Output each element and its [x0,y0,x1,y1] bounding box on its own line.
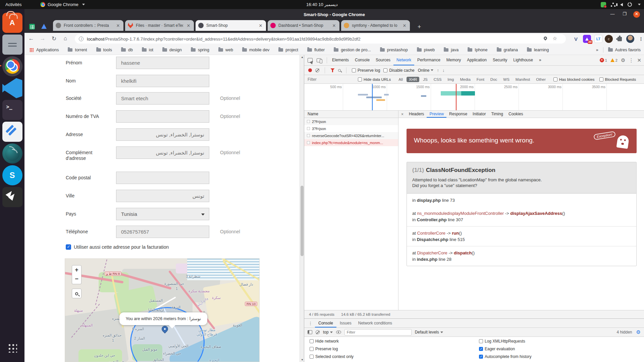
scroll-up-icon[interactable]: ▲ [301,56,304,59]
dock-item[interactable] [2,143,22,164]
detail-tab[interactable]: Response [446,111,470,118]
billing-checkbox-row[interactable]: Utiliser aussi cette adresse pour la fac… [66,244,169,250]
dock-item[interactable] [2,56,22,76]
scrollbar-thumb[interactable] [301,186,304,256]
live-expression-icon[interactable] [336,330,341,334]
field-input[interactable]: Tunisia [116,208,209,220]
bookmark-folder[interactable]: piweb [417,48,435,52]
drawer-tab[interactable]: Network conditions [355,319,395,327]
tab-close-icon[interactable]: ✕ [331,23,337,28]
console-setting[interactable]: Preserve log [310,347,354,351]
bookmark-folder[interactable]: prestashop [380,48,408,52]
system-tray[interactable] [601,2,641,7]
close-devtools-icon[interactable]: ✕ [637,57,641,63]
checkbox-icon[interactable] [479,339,483,343]
log-levels-select[interactable]: Default levels [415,330,443,335]
location-pin-icon[interactable] [543,36,548,41]
has-blocked-cookies-toggle[interactable]: Has blocked cookies [553,77,594,81]
hide-data-urls-toggle[interactable]: Hide data URLs [358,77,391,81]
request-row[interactable]: index.php?fc=module&module=ns_monm... [304,139,398,146]
drawer-menu-icon[interactable]: ⋮ [306,321,315,326]
console-setting[interactable]: Eager evaluation [479,347,531,351]
page-info-icon[interactable]: i [79,37,84,41]
bookmark-folder[interactable]: tools [96,48,112,52]
bookmark-folder[interactable]: design [162,48,182,52]
bookmark-star-icon[interactable]: ☆ [553,36,557,42]
checkbox-icon[interactable] [479,347,483,351]
devtools-tab[interactable]: » [536,55,544,65]
power-icon[interactable] [628,2,632,7]
map-zoom-out-button[interactable]: − [72,275,82,284]
devtools-tab[interactable]: Network [393,55,414,65]
dock-item[interactable]: >_ [2,100,22,120]
devtools-tab[interactable]: Lighthouse [510,55,536,65]
warning-count-icon[interactable] [610,58,614,62]
extension-v-icon[interactable]: V [572,35,580,43]
console-sidebar-icon[interactable] [308,330,312,334]
bookmark-folder[interactable]: flutter [307,48,325,52]
blocked-requests-toggle[interactable]: Blocked Requests [599,77,636,81]
frame-class-link[interactable]: ns_monmoduledisplayModuleFrontController [417,211,504,216]
checkbox-icon[interactable] [599,77,603,81]
field-input[interactable] [116,110,209,123]
browser-tab[interactable]: Front controllers :: Presta ✕ [53,20,123,31]
scroll-down-icon[interactable]: ▼ [301,358,304,361]
tab-close-icon[interactable]: ✕ [186,23,191,28]
window-titlebar[interactable]: Smart-Shop - Google Chrome — ❐ ✕ [24,9,644,20]
record-icon[interactable] [308,68,312,72]
checkbox-icon[interactable] [383,68,387,72]
browser-tab[interactable]: Files · master · Smart eTec ✕ [125,20,194,31]
forward-button[interactable]: → [39,35,47,42]
request-type-filter[interactable]: XHR [407,77,419,82]
extension-arrow-icon[interactable]: 20 [583,35,591,43]
tooltip-close-icon[interactable]: × [203,310,205,314]
bookmark-folder[interactable]: db [121,48,133,52]
checkbox-icon[interactable] [553,77,557,81]
request-row[interactable]: reverseGeocode?outSR=4326&returnInter... [304,132,398,139]
profile-avatar[interactable] [626,35,634,43]
pinned-tab-sheets-icon[interactable] [29,24,35,29]
request-type-filter[interactable]: Other [534,77,548,82]
bookmark-folder[interactable]: torrent [68,48,87,52]
import-har-icon[interactable]: ↑ [437,68,439,73]
tab-close-icon[interactable]: ✕ [258,23,263,28]
console-settings-icon[interactable]: ⚙ [636,329,641,335]
field-input[interactable]: تونس [116,190,209,202]
checkbox-icon[interactable] [310,347,314,351]
throttling-select[interactable]: Online [418,68,434,73]
bookmark-folder[interactable]: java [444,48,459,52]
browser-menu-icon[interactable]: ⋮ [637,35,644,43]
tab-close-icon[interactable]: ✕ [115,23,121,28]
bookmark-folder[interactable]: Applications [29,48,59,52]
detail-tab[interactable]: Headers [406,111,427,118]
activities-button[interactable]: Activités [5,2,21,7]
app-menu[interactable]: Google Chrome [40,2,85,7]
bookmark-folder[interactable]: learning [527,48,549,52]
map-search-button[interactable] [72,289,82,298]
drawer-tab[interactable]: Issues [336,319,355,327]
close-button[interactable]: ✕ [633,11,640,18]
bookmark-folder[interactable]: web [218,48,233,52]
clock[interactable]: 16:40 10 ديسمبر [306,2,338,7]
checkbox-icon[interactable] [66,244,71,250]
devtools-tab[interactable]: Console [352,55,373,65]
bookmark-folder[interactable]: gestion de pro... [334,48,371,52]
frame-class-link[interactable]: ControllerCore [417,231,445,236]
bookmark-folder[interactable]: grafana [497,48,518,52]
bookmarks-overflow[interactable]: » [596,48,598,52]
dock-item[interactable]: S [2,165,22,185]
dock-item[interactable] [2,78,22,98]
new-tab-button[interactable]: + [415,23,423,31]
bookmark-folder[interactable]: Iphone [468,48,487,52]
dock-item[interactable]: A [2,13,22,33]
requests-name-header[interactable]: Name [304,111,398,118]
field-input[interactable]: khelkifi [116,75,209,87]
request-type-filter[interactable]: Img [445,77,456,82]
extension-languagetool-icon[interactable]: LT [594,35,602,43]
bookmark-folder[interactable]: iot [142,48,153,52]
field-input[interactable]: نوسترا, الخضراء, تونس [116,128,209,141]
extensions-puzzle-icon[interactable] [615,35,624,43]
inspect-element-icon[interactable] [308,58,313,63]
devtools-tab[interactable]: Sources [373,55,393,65]
minimize-button[interactable]: — [609,11,616,18]
